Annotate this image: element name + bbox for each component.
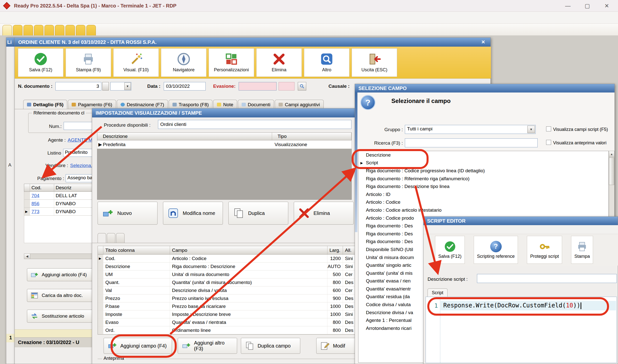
close-icon[interactable]: ✕: [603, 3, 611, 9]
scroll-up-icon[interactable]: ▲: [609, 151, 614, 157]
table-row[interactable]: Prezzo Prezzo unitario iva esclusa 900 D…: [98, 294, 384, 302]
aggiungi-altro-button[interactable]: Aggiungi altro (F3): [178, 338, 237, 354]
scripting-reference-button[interactable]: ? Scripting reference: [474, 236, 518, 264]
order-tab[interactable]: Dettaglio (F5): [23, 100, 67, 109]
scrollbar-thumb[interactable]: [609, 158, 614, 185]
app-tab[interactable]: [86, 25, 96, 35]
code-line[interactable]: Response.Write(DocRow.CustomField(10)): [443, 302, 581, 309]
visualizza-anteprima-checkbox[interactable]: [546, 140, 551, 145]
app-titlebar[interactable]: Ready Pro 2022.5.54 - Delta Spa (1) - Ma…: [0, 0, 618, 12]
field-list-item[interactable]: Riga documento : Riferimento riga (alfan…: [358, 175, 609, 183]
item-code-link[interactable]: 856: [30, 200, 54, 207]
close-icon[interactable]: ✕: [479, 39, 487, 45]
carica-da-altro-doc-button[interactable]: Carica da altro doc.: [27, 289, 97, 302]
table-row[interactable]: Quant. Quantita' (unita' di misura docum…: [98, 278, 384, 286]
print-button[interactable]: Stampa: [571, 236, 593, 264]
field-list-item[interactable]: Descrizione: [358, 151, 609, 159]
script-tab[interactable]: Script: [428, 288, 448, 297]
field-list-item[interactable]: Articolo : Codice: [358, 198, 609, 206]
app-tab[interactable]: [34, 25, 43, 35]
table-row[interactable]: UM Unita' di misura documento 500 Cer: [98, 271, 384, 278]
header-titolo[interactable]: Titolo colonna: [103, 246, 170, 254]
n-documento-spin-button[interactable]: [102, 82, 109, 91]
impostazione-tab[interactable]: [98, 233, 106, 243]
background-window[interactable]: Li A 1: [6, 37, 15, 364]
exit-button[interactable]: Uscita (ESC): [352, 48, 397, 77]
table-row[interactable]: P.base Prezzo base da ricaricare 1000 De…: [98, 302, 384, 310]
order-tab[interactable]: Pagamento (F6): [68, 100, 116, 109]
documento-type-combo[interactable]: ▼: [110, 82, 131, 91]
horizontal-scrollbar[interactable]: ◀: [24, 254, 92, 259]
descrizione-script-input[interactable]: [477, 274, 617, 283]
selezione-titlebar[interactable]: SELEZIONE CAMPO: [355, 84, 615, 92]
elimina-button[interactable]: Elimina: [294, 202, 354, 225]
minimize-icon[interactable]: —: [564, 3, 572, 9]
header-larg[interactable]: Larg.: [327, 246, 343, 254]
app-tab[interactable]: [23, 25, 33, 35]
ricerca-input[interactable]: [405, 138, 538, 147]
duplica-button[interactable]: Duplica: [228, 202, 288, 225]
order-window-titlebar[interactable]: ORDINE CLIENTE N. 3 del 03/10/2022 - DIT…: [15, 38, 490, 47]
gruppo-combo[interactable]: Tutti i campi ▼: [405, 125, 536, 134]
visualizza-campi-script-checkbox[interactable]: [546, 126, 551, 131]
evasione-extra-field[interactable]: [279, 82, 295, 91]
app-tab[interactable]: [13, 25, 22, 35]
table-row[interactable]: Descrizione Riga documento : Descrizione…: [98, 263, 384, 271]
table-row[interactable]: Evaso Quantita' evasa / rientrata 800 De…: [98, 318, 384, 326]
order-tab[interactable]: Trasporto (F8): [169, 100, 213, 109]
field-list-item[interactable]: Articolo : Codice articolo intestatario: [358, 206, 609, 214]
header-descrizione[interactable]: Descrizione: [97, 133, 272, 140]
evasione-input[interactable]: [239, 82, 277, 91]
item-code-link[interactable]: 773: [30, 208, 54, 215]
field-list-item[interactable]: ▶ Script: [358, 159, 609, 167]
personalizations-button[interactable]: Personalizzazioni: [209, 48, 254, 77]
order-tab[interactable]: Documenti: [238, 100, 274, 109]
order-tab[interactable]: Campi aggiuntivi: [275, 100, 323, 109]
navigator-button[interactable]: Navigatore: [161, 48, 206, 77]
nuovo-button[interactable]: Nuovo: [98, 202, 157, 225]
header-campo[interactable]: Campo: [170, 246, 327, 254]
app-tab[interactable]: [65, 25, 75, 35]
order-tab[interactable]: Destinazione (F7): [117, 100, 168, 109]
impostazione-tab[interactable]: [116, 233, 125, 243]
data-input[interactable]: [164, 82, 206, 91]
chevron-down-icon[interactable]: ▼: [124, 83, 131, 90]
aggiungi-articolo-button[interactable]: Aggiungi articolo (F4): [27, 268, 97, 281]
other-button[interactable]: Altro: [304, 48, 349, 77]
table-row[interactable]: Imposte Imposte : Descrizione breve 1000…: [98, 310, 384, 318]
proteggi-script-button[interactable]: Proteggi script: [527, 236, 562, 264]
field-list-item[interactable]: Articolo : ID: [358, 190, 609, 198]
table-row[interactable]: ▶ Cod. Articolo : Codice 1200 Sini: [98, 255, 384, 263]
aggiungi-campo-button[interactable]: Aggiungi campo (F4): [104, 338, 172, 354]
scroll-left-icon[interactable]: ◀: [24, 254, 30, 259]
app-tab[interactable]: [76, 25, 85, 35]
grid-header-cod[interactable]: Cod.: [30, 184, 54, 191]
header-tipo[interactable]: Tipo: [272, 133, 351, 140]
chevron-down-icon[interactable]: ▼: [527, 126, 535, 133]
delete-button[interactable]: Elimina: [256, 48, 302, 77]
app-tab[interactable]: [44, 25, 54, 35]
item-code-link[interactable]: 704: [30, 192, 54, 199]
maximize-icon[interactable]: ▢: [584, 3, 591, 9]
order-tab[interactable]: Note: [213, 100, 237, 109]
app-tab[interactable]: [55, 25, 64, 35]
app-tab[interactable]: [2, 25, 12, 35]
field-list-item[interactable]: Riga documento : Descrizione tipo linea: [358, 182, 609, 190]
code-editor[interactable]: 1 Response.Write(DocRow.CustomField(10)): [426, 297, 617, 363]
field-list-item[interactable]: Riga documento : Codice progressivo line…: [358, 167, 609, 175]
table-row[interactable]: Val Descrizione divisa / valuta 600 Cer: [98, 286, 384, 294]
modifica-nome-button[interactable]: Modifica nome: [163, 202, 223, 225]
table-row[interactable]: Ord. Ordinamento linee 800 Des: [98, 326, 384, 334]
procedure-input[interactable]: [158, 120, 351, 129]
impostazione-tab[interactable]: [107, 233, 115, 243]
print-button[interactable]: Stampa (F9): [66, 48, 111, 77]
save-button[interactable]: Salva (F12): [435, 236, 465, 264]
duplica-campo-button[interactable]: Duplica campo: [241, 338, 300, 354]
n-documento-input[interactable]: [55, 82, 101, 91]
evasione-search-button[interactable]: [298, 82, 306, 91]
script-editor-titlebar[interactable]: SCRIPT EDITOR: [424, 217, 618, 225]
visual-button[interactable]: Visual. (F10): [113, 48, 159, 77]
sostituzione-articolo-button[interactable]: Sostituzione articolo: [27, 310, 97, 323]
save-button[interactable]: Salva (F12): [18, 48, 63, 77]
table-row[interactable]: ▶ Predefinita Visualizzazione: [97, 140, 352, 149]
